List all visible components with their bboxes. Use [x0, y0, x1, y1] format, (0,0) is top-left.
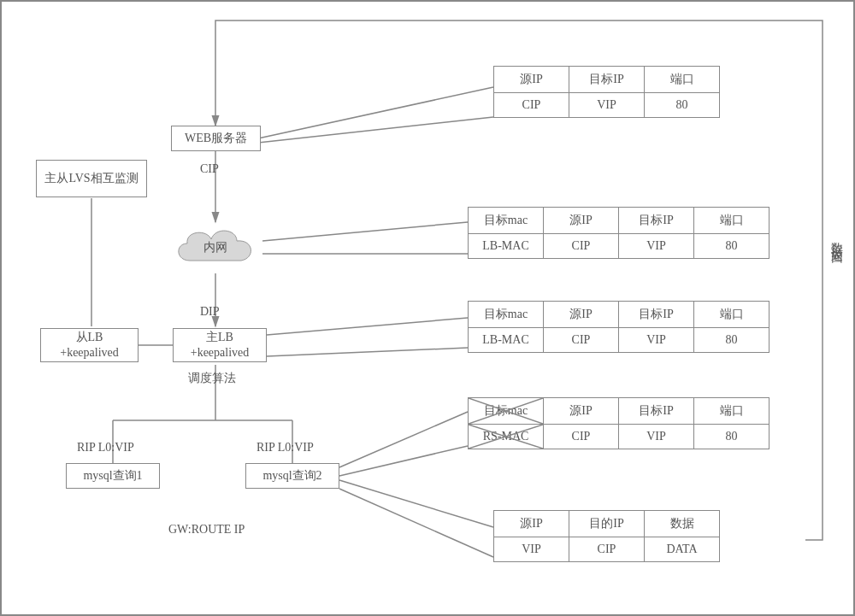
t2-h1: 目标mac	[469, 208, 544, 234]
t5-h2: 目的IP	[569, 511, 645, 537]
return-label: 数据返回	[828, 232, 844, 246]
monitor-box: 主从LVS相互监测	[36, 160, 147, 197]
dip-label: DIP	[200, 305, 220, 319]
cloud-shape: 内网	[168, 222, 262, 273]
svg-line-8	[258, 87, 493, 138]
t5-r2: CIP	[569, 537, 645, 562]
t3-h4: 端口	[694, 302, 770, 328]
web-server-label: WEB服务器	[185, 131, 247, 146]
t5-h1: 源IP	[494, 511, 569, 537]
t4-r1-cell: RS-MAC	[469, 425, 544, 449]
packet-table-2: 目标mac 源IP 目标IP 端口 LB-MAC CIP VIP 80	[468, 207, 770, 259]
t2-h4: 端口	[694, 208, 770, 234]
t4-h3: 目标IP	[619, 398, 694, 425]
packet-table-1: 源IP 目标IP 端口 CIP VIP 80	[493, 66, 720, 118]
t1-r2: VIP	[569, 93, 645, 118]
t1-r1: CIP	[494, 93, 569, 118]
svg-line-16	[339, 480, 493, 527]
web-server-box: WEB服务器	[171, 126, 261, 151]
t2-h2: 源IP	[544, 208, 619, 234]
t3-h2: 源IP	[544, 302, 619, 328]
t2-r3: VIP	[619, 234, 694, 259]
svg-line-13	[267, 348, 468, 356]
t4-r4: 80	[694, 425, 770, 449]
t2-h3: 目标IP	[619, 208, 694, 234]
master-lb-label: 主LB +keepalived	[191, 330, 250, 361]
svg-line-17	[339, 489, 493, 557]
t3-r4: 80	[694, 328, 770, 353]
slave-lb-box: 从LB +keepalived	[40, 328, 139, 362]
t3-h3: 目标IP	[619, 302, 694, 328]
mysql2-label: mysql查询2	[262, 468, 321, 484]
t5-r3: DATA	[645, 537, 720, 562]
mysql1-label: mysql查询1	[83, 468, 142, 484]
t4-h4: 端口	[694, 398, 770, 425]
t4-r2: CIP	[544, 425, 619, 449]
master-lb-box: 主LB +keepalived	[173, 328, 267, 362]
t3-r3: VIP	[619, 328, 694, 353]
t1-h3: 端口	[645, 67, 720, 93]
strike-icon	[469, 425, 543, 449]
t5-h3: 数据	[645, 511, 720, 537]
t3-r2: CIP	[544, 328, 619, 353]
svg-line-10	[262, 222, 468, 241]
slave-lb-label: 从LB +keepalived	[60, 330, 119, 361]
packet-table-5: 源IP 目的IP 数据 VIP CIP DATA	[493, 510, 720, 562]
rip1-label: RIP L0:VIP	[77, 441, 134, 455]
cloud-label: 内网	[203, 240, 227, 255]
t2-r2: CIP	[544, 234, 619, 259]
strike-icon	[469, 398, 543, 424]
t1-r3: 80	[645, 93, 720, 118]
sched-label: 调度算法	[188, 371, 236, 386]
t3-r1: LB-MAC	[469, 328, 544, 353]
diagram-canvas: 主从LVS相互监测 WEB服务器 内网 从LB +keepalived 主LB …	[0, 0, 855, 616]
rip2-label: RIP L0:VIP	[256, 441, 314, 455]
monitor-label: 主从LVS相互监测	[44, 171, 138, 186]
t4-h1-cell: 目标mac	[469, 398, 544, 425]
t1-h1: 源IP	[494, 67, 569, 93]
mysql1-box: mysql查询1	[66, 463, 160, 489]
svg-line-15	[339, 446, 468, 476]
mysql2-box: mysql查询2	[245, 463, 339, 489]
packet-table-4: 目标mac 源IP 目标IP 端口 RS-MAC	[468, 397, 770, 449]
t1-h2: 目标IP	[569, 67, 645, 93]
svg-line-12	[267, 318, 468, 335]
svg-line-9	[258, 117, 493, 143]
gw-label: GW:ROUTE IP	[168, 523, 245, 537]
t2-r4: 80	[694, 234, 770, 259]
t4-r3: VIP	[619, 425, 694, 449]
t3-h1: 目标mac	[469, 302, 544, 328]
svg-line-14	[339, 412, 468, 467]
t4-h2: 源IP	[544, 398, 619, 425]
packet-table-3: 目标mac 源IP 目标IP 端口 LB-MAC CIP VIP 80	[468, 301, 770, 353]
cip-label: CIP	[200, 162, 219, 176]
t5-r1: VIP	[494, 537, 569, 562]
t2-r1: LB-MAC	[469, 234, 544, 259]
